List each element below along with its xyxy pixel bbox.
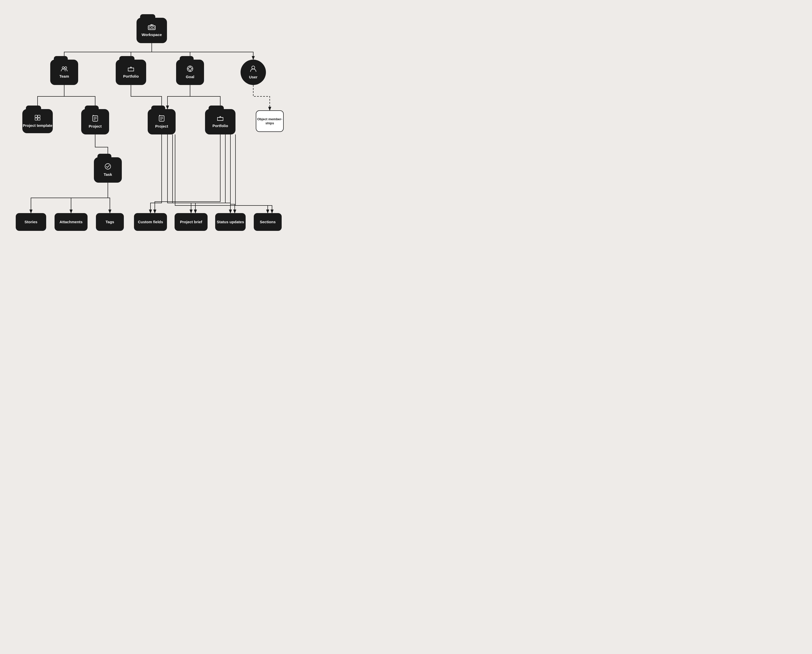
goal-icon: [187, 66, 193, 73]
sections-node: Sections: [254, 213, 282, 231]
task-label: Task: [104, 172, 112, 177]
project1-node: Project: [81, 109, 109, 134]
svg-point-22: [93, 115, 93, 116]
workspace-icon: [148, 24, 156, 31]
object-memberships-label: Object member-ships: [256, 117, 283, 125]
project2-node: Project: [148, 109, 176, 134]
task-node: Task: [94, 157, 122, 183]
svg-point-8: [188, 67, 191, 70]
stories-label: Stories: [24, 220, 38, 224]
portfolio2-label: Portfolio: [213, 124, 228, 128]
svg-rect-16: [35, 118, 37, 120]
tags-node: Tags: [96, 213, 124, 231]
svg-rect-2: [152, 27, 154, 29]
status-updates-node: Status updates: [215, 213, 246, 231]
svg-rect-15: [38, 115, 40, 118]
team-node: Team: [50, 60, 78, 85]
user-label: User: [249, 75, 257, 79]
project-brief-label: Project brief: [180, 220, 202, 224]
svg-point-27: [159, 115, 160, 116]
project-brief-node: Project brief: [174, 213, 208, 231]
workspace-node: Workspace: [136, 18, 167, 43]
project2-icon: [159, 115, 165, 122]
task-icon: [104, 163, 111, 171]
portfolio1-node: Portfolio: [116, 60, 146, 85]
svg-point-13: [252, 66, 255, 69]
svg-rect-17: [38, 118, 40, 120]
project-template-label: Project template: [23, 123, 52, 128]
project-template-node: Project template: [22, 109, 53, 133]
attachments-node: Attachments: [55, 213, 87, 231]
user-icon: [250, 65, 257, 73]
portfolio1-label: Portfolio: [123, 74, 139, 79]
portfolio2-node: Portfolio: [205, 109, 235, 134]
status-updates-label: Status updates: [217, 220, 244, 224]
workspace-label: Workspace: [142, 32, 162, 37]
svg-point-6: [65, 67, 67, 69]
portfolio1-icon: [128, 66, 134, 73]
team-icon: [61, 66, 68, 73]
goal-label: Goal: [186, 75, 194, 79]
custom-fields-label: Custom fields: [138, 220, 163, 224]
svg-point-28: [105, 164, 111, 169]
team-label: Team: [60, 74, 69, 79]
project1-icon: [92, 115, 98, 122]
attachments-label: Attachments: [60, 220, 83, 224]
svg-rect-1: [149, 27, 151, 29]
goal-node: Goal: [176, 60, 204, 85]
custom-fields-node: Custom fields: [134, 213, 167, 231]
tags-label: Tags: [106, 220, 114, 224]
stories-node: Stories: [16, 213, 46, 231]
portfolio2-icon: [217, 115, 223, 122]
user-node: User: [240, 60, 266, 85]
svg-rect-14: [35, 115, 37, 118]
project2-label: Project: [155, 124, 168, 128]
object-memberships-node: Object member-ships: [256, 110, 284, 132]
svg-point-5: [62, 67, 64, 69]
project-template-icon: [35, 115, 41, 122]
project1-label: Project: [89, 124, 102, 128]
sections-label: Sections: [260, 220, 276, 224]
